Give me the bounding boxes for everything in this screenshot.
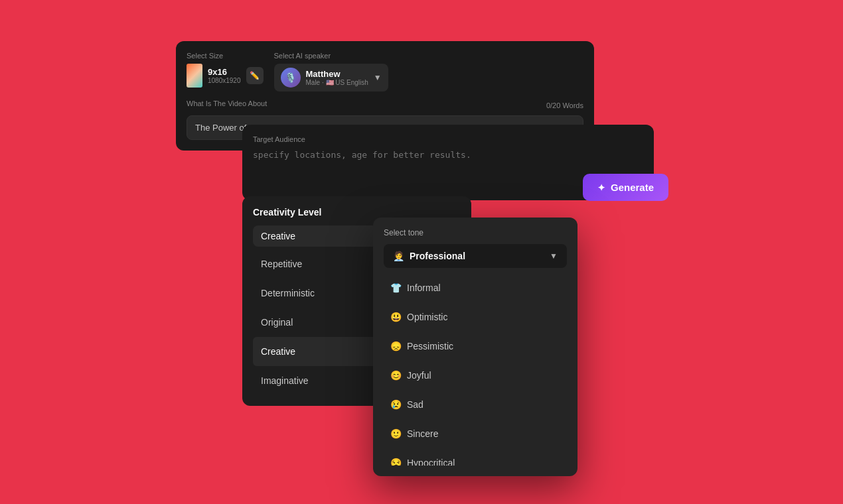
tone-item[interactable]: 😢 Sad <box>384 390 567 419</box>
tone-text: Pessimistic <box>407 341 453 351</box>
tone-item[interactable]: 😊 Joyful <box>384 361 567 390</box>
edit-size-button[interactable]: ✏️ <box>246 67 264 84</box>
tone-selected-dropdown[interactable]: 🧑‍💼 Professional ▼ <box>384 244 567 268</box>
speaker-desc: Male · 🇺🇸 US English <box>306 79 368 86</box>
tone-emoji: 🙂 <box>390 428 402 439</box>
tone-text: Informal <box>407 283 441 293</box>
tone-emoji: 😃 <box>390 312 402 322</box>
tone-item[interactable]: 😞 Pessimistic <box>384 332 567 361</box>
tone-item[interactable]: 😒 Hypocritical <box>384 448 567 466</box>
topic-label-row: What Is The Video About 0/20 Words <box>187 99 583 111</box>
tone-text: Hypocritical <box>407 458 455 466</box>
tone-selected-value: Professional <box>410 251 465 261</box>
size-value: 9x16 <box>208 67 241 77</box>
audience-label: Target Audience <box>253 135 643 143</box>
tone-text: Joyful <box>407 370 431 381</box>
tone-text: Sincere <box>407 428 438 439</box>
tone-item[interactable]: 🙂 Sincere <box>384 419 567 448</box>
tone-label: Select tone <box>384 228 567 237</box>
tone-text: Optimistic <box>407 312 447 322</box>
tone-text: Sad <box>407 399 423 410</box>
tone-emoji: 👕 <box>390 283 402 293</box>
tone-chevron-icon: ▼ <box>550 251 558 261</box>
chevron-down-icon: ▼ <box>374 73 382 82</box>
tone-emoji: 😢 <box>390 399 402 410</box>
creativity-title: Creativity Level <box>253 207 461 218</box>
speaker-section: Select AI speaker 🎙️ Matthew Male · 🇺🇸 U… <box>274 52 388 92</box>
tone-emoji: 😞 <box>390 341 402 351</box>
size-icon <box>187 64 202 88</box>
generate-label: Generate <box>611 182 654 193</box>
speaker-name: Matthew <box>306 69 368 79</box>
tone-item[interactable]: 👕 Informal <box>384 273 567 302</box>
size-dimensions: 1080x1920 <box>208 77 241 84</box>
tone-selected-text: 🧑‍💼 Professional <box>393 251 465 261</box>
select-speaker-label: Select AI speaker <box>274 52 388 60</box>
sparkle-icon: ✦ <box>597 182 605 193</box>
tone-selected-emoji: 🧑‍💼 <box>393 251 404 261</box>
video-about-label: What Is The Video About <box>187 99 267 107</box>
size-section: Select Size 9x16 1080x1920 ✏️ <box>187 52 264 88</box>
tone-card: Select tone 🧑‍💼 Professional ▼ 👕 Informa… <box>373 218 577 476</box>
speaker-avatar: 🎙️ <box>281 68 301 88</box>
word-count: 0/20 Words <box>546 101 583 109</box>
speaker-info: Matthew Male · 🇺🇸 US English <box>306 69 368 86</box>
tone-emoji: 😒 <box>390 458 402 466</box>
generate-button[interactable]: ✦ Generate <box>583 174 668 201</box>
tone-item[interactable]: 😃 Optimistic <box>384 302 567 332</box>
select-size-label: Select Size <box>187 52 264 60</box>
tone-list: 👕 Informal 😃 Optimistic 😞 Pessimistic 😊 … <box>384 273 567 466</box>
speaker-selector[interactable]: 🎙️ Matthew Male · 🇺🇸 US English ▼ <box>274 64 388 92</box>
tone-emoji: 😊 <box>390 370 402 381</box>
